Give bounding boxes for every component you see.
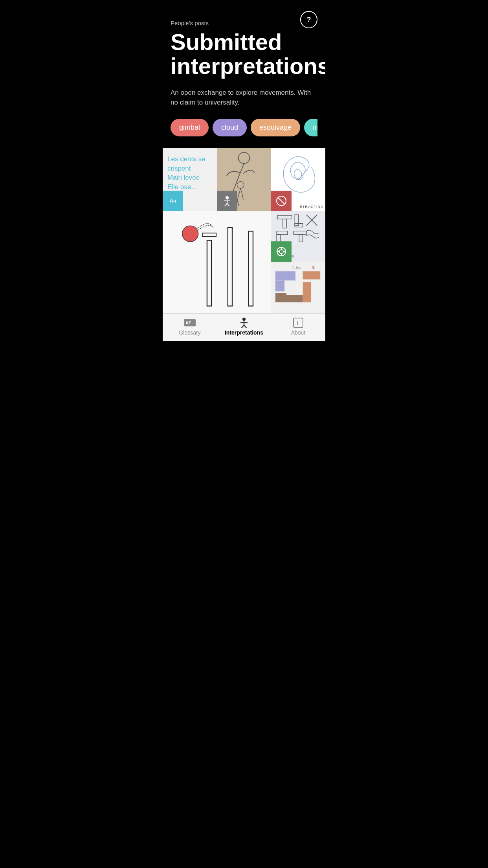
svg-text:AZ: AZ (185, 321, 191, 325)
svg-point-2 (226, 196, 229, 199)
svg-rect-10 (207, 240, 211, 306)
svg-rect-24 (299, 235, 303, 242)
svg-point-9 (182, 226, 198, 242)
nav-item-interpretations[interactable]: Interpretations (217, 314, 271, 341)
svg-point-42 (242, 318, 246, 321)
svg-text:f5: f5 (312, 265, 315, 269)
breadcrumb: People's posts (171, 20, 317, 26)
svg-rect-37 (275, 293, 286, 302)
svg-point-27 (279, 250, 283, 254)
info-icon: i (292, 318, 304, 327)
figure-nav-icon (238, 318, 250, 327)
svg-line-6 (227, 203, 229, 206)
tag-esquivage[interactable]: esquivage (251, 119, 300, 136)
badge-figure[interactable] (217, 191, 237, 211)
badge-target[interactable] (271, 241, 292, 262)
blocks-drawing-svg: Ta lets f5 (271, 262, 325, 313)
text-line-1: Les dents se crispent (167, 154, 212, 173)
cell-text-poetry[interactable]: Les dents se crispent Main levée Elle os… (163, 148, 217, 211)
retracting-label: ETRACTING (300, 205, 324, 209)
svg-rect-39 (303, 282, 311, 302)
nav-label-about: About (291, 329, 306, 336)
az-icon: AZ (184, 318, 196, 327)
svg-rect-38 (286, 295, 303, 302)
svg-line-45 (241, 325, 244, 328)
svg-rect-13 (202, 233, 216, 236)
svg-line-8 (278, 198, 284, 204)
svg-rect-15 (283, 219, 286, 228)
retracting-icon (276, 195, 287, 206)
svg-rect-47 (294, 318, 303, 327)
svg-rect-20 (277, 231, 288, 234)
page-title: Submitted interpretations (171, 30, 317, 78)
svg-point-0 (238, 152, 250, 163)
badge-retracting[interactable] (271, 191, 292, 211)
help-button[interactable]: ? (300, 11, 317, 28)
grid-row2: ERD SCOF Ta lets f5 (163, 211, 325, 313)
header: ? People's posts Submitted interpretatio… (163, 0, 325, 148)
cell-blocks-drawing[interactable]: Ta lets f5 (271, 262, 325, 313)
lines-drawing-svg (163, 211, 271, 313)
svg-rect-36 (303, 271, 321, 279)
nav-item-glossary[interactable]: AZ Glossary (163, 314, 217, 341)
page-description: An open exchange to explore movements. W… (171, 88, 317, 108)
target-icon (276, 246, 287, 257)
cell-lines-drawing[interactable] (163, 211, 271, 313)
tags-row: gimbal cloud esquivage inflatin (171, 119, 317, 136)
svg-rect-14 (277, 215, 292, 219)
svg-rect-16 (295, 215, 298, 226)
svg-rect-23 (294, 231, 306, 234)
cell-spiral-drawing[interactable]: ETRACTING (271, 148, 325, 211)
svg-text:Ta lets: Ta lets (292, 265, 301, 269)
tag-cloud[interactable]: cloud (213, 119, 247, 136)
nav-item-about[interactable]: i About (271, 314, 325, 341)
text-line-2: Main levée (167, 173, 212, 182)
nav-label-glossary: Glossary (179, 329, 200, 336)
tag-inflatin[interactable]: inflatin (304, 119, 317, 136)
svg-rect-11 (228, 228, 232, 306)
figure-icon-badge (222, 195, 233, 206)
cell-shapes-drawing[interactable]: ERD SCOF (271, 211, 325, 262)
svg-rect-35 (275, 280, 284, 291)
svg-line-5 (225, 203, 227, 206)
tag-gimbal[interactable]: gimbal (171, 119, 209, 136)
nav-label-interpretations: Interpretations (225, 329, 263, 336)
badge-aa[interactable]: Aa (163, 191, 183, 211)
cell-stack-right: ERD SCOF Ta lets f5 (271, 211, 325, 313)
svg-rect-12 (249, 231, 253, 306)
grid-row1: Les dents se crispent Main levée Elle os… (163, 148, 325, 211)
svg-line-46 (244, 325, 247, 328)
svg-point-1 (237, 181, 244, 188)
cell-figure-drawing[interactable] (217, 148, 271, 211)
svg-text:i: i (297, 320, 298, 326)
svg-rect-34 (275, 271, 295, 280)
bottom-nav: AZ Glossary Interpretations i About (163, 313, 325, 341)
svg-rect-17 (295, 223, 303, 227)
